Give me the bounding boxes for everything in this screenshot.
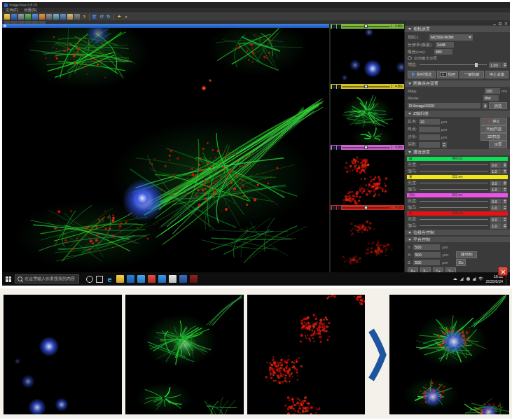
flag-icon[interactable] [92, 14, 97, 20]
brightness-value[interactable]: 0.0 [490, 181, 501, 186]
section-xy[interactable]: 平台控制 [405, 237, 510, 242]
section-channels[interactable]: 通道设置 [405, 149, 510, 155]
exposure-slider-track[interactable] [342, 86, 390, 88]
maximize-icon[interactable] [499, 22, 501, 25]
z-2dscan-button[interactable]: 2D扫描 [480, 133, 507, 141]
cortana-icon[interactable] [86, 276, 93, 283]
stop-capture-button[interactable]: 停止采集 [485, 71, 508, 78]
collapse-icon[interactable] [408, 151, 411, 153]
toolbar-dropdown-icon[interactable]: ▾ [123, 14, 129, 20]
gain-spinner[interactable] [502, 62, 507, 68]
gamma-spinner[interactable] [502, 169, 507, 174]
thumbnail-red2-channel[interactable] [331, 210, 404, 272]
brightness-spinner[interactable] [502, 199, 507, 204]
menu-file[interactable]: 文件(F) [6, 8, 18, 13]
gamma-value[interactable]: 1.0 [490, 187, 501, 192]
store-icon[interactable] [127, 275, 134, 283]
channel-toggle[interactable] [337, 85, 341, 89]
open-folder-icon[interactable] [4, 14, 10, 20]
z-end-field[interactable] [419, 127, 440, 132]
section-stage[interactable]: 位移台控制 [405, 230, 510, 235]
channel-toggle[interactable] [337, 24, 341, 29]
exposure-slider-track[interactable] [342, 26, 390, 27]
z-stop-button[interactable]: 停止 [480, 118, 507, 125]
gamma-value[interactable]: 1.0 [490, 205, 501, 211]
brightness-value[interactable]: 0.0 [490, 217, 501, 223]
minimize-icon[interactable] [493, 22, 496, 25]
measure-icon[interactable] [74, 14, 80, 20]
image-blue-icon[interactable] [32, 14, 38, 20]
stage-z-field[interactable]: 500 [413, 260, 440, 265]
close-icon[interactable] [504, 22, 507, 25]
gamma-spinner[interactable] [502, 205, 507, 211]
jog-x-minus-button[interactable]: X− [420, 267, 431, 273]
red-app-icon[interactable] [148, 275, 155, 283]
flip-icon[interactable] [39, 14, 45, 20]
snap-button[interactable]: 拍照 [437, 71, 458, 78]
document-app-icon[interactable] [169, 275, 177, 283]
live-preview-button[interactable]: 实时预览 [408, 71, 436, 78]
task-view-icon[interactable] [96, 276, 103, 283]
help-icon[interactable]: ? [81, 14, 87, 20]
brightness-spinner[interactable] [502, 217, 507, 223]
jog-x-plus-button[interactable]: X+ [408, 267, 418, 273]
tray-sound-icon[interactable] [466, 277, 470, 281]
collapse-icon[interactable] [408, 113, 411, 115]
gamma-spinner[interactable] [502, 187, 507, 192]
gamma-slider[interactable] [420, 171, 488, 172]
channel-slider-yellow[interactable]: 1 : 4.80x [331, 84, 404, 89]
channel-slider-red[interactable]: 1 : 4.80x [331, 205, 404, 210]
crop-frame-icon[interactable] [60, 14, 66, 20]
blue-app-icon[interactable] [179, 275, 187, 283]
gamma-value[interactable]: 1.0 [490, 169, 501, 174]
rotate-left-icon[interactable]: ↺ [99, 14, 104, 20]
exposure-slider-handle[interactable] [364, 146, 368, 149]
mail-icon[interactable] [137, 275, 145, 283]
exposure-field[interactable]: 480 [434, 49, 452, 55]
gain-value[interactable]: 1.00 [489, 62, 501, 68]
exposure-slider-track[interactable] [342, 207, 390, 209]
jog-y-plus-button[interactable]: Y+ [433, 267, 443, 273]
exposure-slider-handle[interactable] [364, 24, 368, 28]
photoshop-icon[interactable] [190, 275, 198, 283]
z-step-field[interactable] [419, 134, 440, 140]
mag-field[interactable]: 100 [485, 88, 500, 94]
spin-up-icon[interactable] [504, 63, 506, 64]
move-to-button[interactable]: 移动到 [456, 251, 477, 258]
thumbnail-red-channel[interactable] [331, 150, 404, 205]
channel-bar-yellow[interactable]: 黄 532 nm [407, 175, 508, 179]
tray-battery-icon[interactable] [473, 277, 476, 281]
tray-network-icon[interactable] [460, 277, 464, 281]
gamma-slider[interactable] [420, 207, 488, 208]
channel-toggle[interactable] [337, 206, 341, 210]
brightness-slider[interactable] [420, 201, 488, 202]
z-layers-field[interactable] [419, 142, 440, 148]
rotate-right-icon[interactable]: ↻ [106, 14, 111, 20]
brightness-spinner[interactable] [502, 181, 507, 186]
channel-bar-green[interactable]: 绿 488 nm [407, 157, 508, 161]
edge-icon[interactable]: e [106, 275, 113, 283]
collapse-icon[interactable] [408, 83, 411, 85]
channel-toggle[interactable] [337, 146, 341, 150]
gain-slider-track[interactable] [420, 64, 487, 65]
image-green-icon[interactable] [25, 14, 31, 20]
path-spinner[interactable] [483, 103, 487, 108]
channel-swatch[interactable] [332, 146, 336, 150]
language-indicator[interactable]: 中 [479, 276, 483, 282]
channel-swatch[interactable] [332, 24, 336, 29]
section-camera[interactable]: 相机设置 [405, 26, 510, 32]
gamma-slider[interactable] [420, 189, 488, 190]
brightness-value[interactable]: 0.0 [490, 162, 501, 168]
z-layers-spinner[interactable] [442, 142, 447, 148]
print-icon[interactable] [18, 14, 24, 20]
gamma-spinner[interactable] [502, 223, 507, 229]
gamma-slider[interactable] [420, 225, 488, 226]
go-button[interactable]: Go [456, 259, 466, 266]
camera-select[interactable]: MC500-W3M [429, 34, 473, 41]
taskbar-search-input[interactable]: 在这里输入你要搜索的内容 [15, 274, 79, 284]
section-zscan[interactable]: Z轴扫描 [405, 111, 510, 117]
mode-field[interactable]: 8bit [483, 95, 499, 101]
channel-swatch[interactable] [332, 206, 336, 210]
jog-y-minus-button[interactable]: Y− [445, 267, 456, 273]
z-start-field[interactable]: 10 [419, 119, 440, 125]
